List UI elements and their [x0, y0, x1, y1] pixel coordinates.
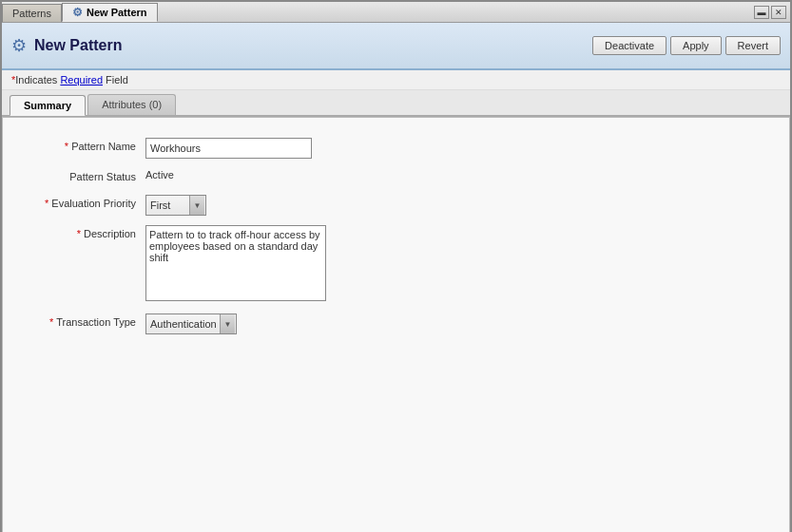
pattern-status-label: Pattern Status — [12, 168, 145, 182]
sub-tabs: Summary Attributes (0) — [2, 90, 790, 117]
evaluation-priority-select-wrapper: First Second Third Last ▼ — [145, 195, 206, 216]
new-pattern-tab-label: New Pattern — [87, 7, 147, 18]
description-control: Pattern to to track off-hour access by e… — [145, 225, 780, 304]
tab-attributes[interactable]: Attributes (0) — [87, 94, 176, 115]
header-buttons: Deactivate Apply Revert — [592, 36, 781, 55]
main-content: ⚙ New Pattern Deactivate Apply Revert *I… — [2, 23, 790, 532]
pattern-status-row: Pattern Status Active — [3, 163, 789, 190]
required-note-text: Indicates Required Field — [15, 74, 128, 86]
restore-button[interactable]: ▬ — [754, 6, 769, 19]
tab-patterns[interactable]: Patterns — [2, 4, 62, 22]
evaluation-priority-row: Evaluation Priority First Second Third L… — [3, 190, 789, 220]
form-area: Pattern Name Pattern Status Active Evalu… — [2, 117, 790, 532]
pattern-status-value: Active — [145, 166, 174, 180]
revert-button[interactable]: Revert — [725, 36, 781, 55]
page-header: ⚙ New Pattern Deactivate Apply Revert — [2, 23, 790, 70]
deactivate-button[interactable]: Deactivate — [592, 36, 666, 55]
page-icon: ⚙ — [11, 35, 27, 56]
transaction-type-row: Transaction Type Authentication Authoriz… — [3, 309, 789, 339]
attributes-tab-label: Attributes (0) — [102, 99, 162, 110]
close-button[interactable]: ✕ — [771, 6, 786, 19]
title-bar: Patterns ⚙ New Pattern ▬ ✕ — [2, 2, 790, 23]
pattern-name-label: Pattern Name — [12, 138, 145, 152]
transaction-type-label: Transaction Type — [12, 314, 145, 328]
page-title: New Pattern — [34, 37, 122, 54]
pattern-name-control — [145, 138, 780, 159]
description-row: Description Pattern to to track off-hour… — [3, 220, 789, 309]
tab-summary[interactable]: Summary — [10, 95, 86, 116]
transaction-type-select-wrapper: Authentication Authorization All ▼ — [145, 314, 237, 334]
evaluation-priority-select[interactable]: First Second Third Last — [145, 195, 206, 216]
pattern-name-input[interactable] — [145, 138, 312, 159]
new-pattern-tab-icon: ⚙ — [72, 6, 83, 19]
transaction-type-control: Authentication Authorization All ▼ — [145, 314, 780, 334]
description-textarea[interactable]: Pattern to to track off-hour access by e… — [145, 225, 326, 301]
apply-button[interactable]: Apply — [670, 36, 722, 55]
pattern-name-row: Pattern Name — [3, 133, 789, 163]
required-field-note: *Indicates Required Field — [2, 70, 790, 90]
transaction-type-select[interactable]: Authentication Authorization All — [145, 314, 237, 334]
patterns-tab-label: Patterns — [12, 8, 51, 19]
description-label: Description — [12, 225, 145, 239]
evaluation-priority-control: First Second Third Last ▼ — [145, 195, 780, 216]
page-title-area: ⚙ New Pattern — [11, 35, 122, 56]
summary-tab-label: Summary — [24, 100, 71, 111]
evaluation-priority-label: Evaluation Priority — [12, 195, 145, 209]
tab-new-pattern[interactable]: ⚙ New Pattern — [62, 3, 158, 22]
pattern-status-control: Active — [145, 168, 780, 181]
window-controls: ▬ ✕ — [754, 2, 790, 22]
